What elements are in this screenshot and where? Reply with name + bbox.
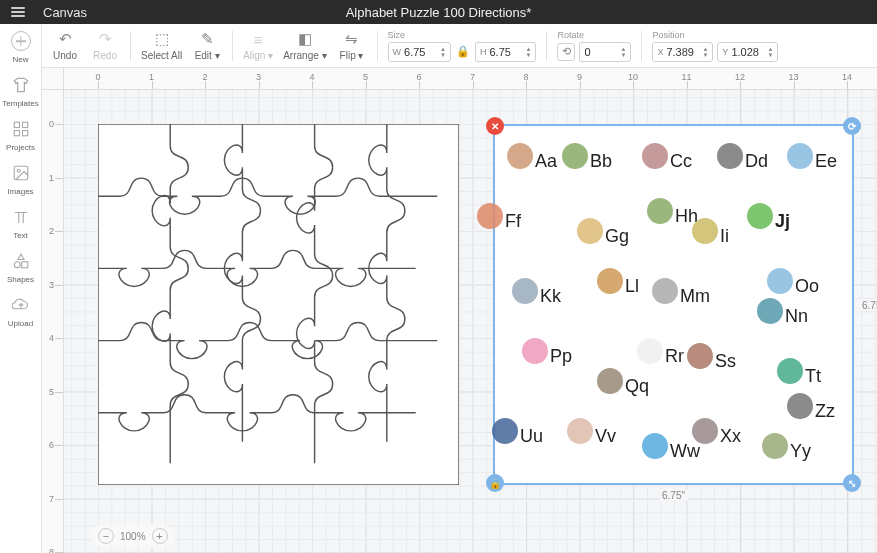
zoom-out-button[interactable]: − — [98, 528, 114, 544]
ruler-number: 1 — [49, 173, 54, 183]
sidebar-item-shapes[interactable]: Shapes — [0, 250, 42, 284]
selection-width-label: 6.75" — [659, 490, 688, 501]
alphabet-letter: Oo — [795, 276, 819, 297]
pos-x-input[interactable]: X7.389▲▼ — [652, 42, 713, 62]
animal-image — [637, 338, 663, 364]
canvas-stage[interactable]: ✕ ⟳ 🔒 ⤡ 6.75" 6.75" AaBbCcDdEeFfGgHhIiJj… — [64, 90, 877, 553]
animal-image — [512, 278, 538, 304]
alphabet-letter: Jj — [775, 211, 790, 232]
alphabet-letter: Nn — [785, 306, 808, 327]
upload-icon — [10, 294, 32, 316]
separator — [546, 31, 547, 61]
animal-image — [687, 343, 713, 369]
stepper-icon[interactable]: ▲▼ — [620, 46, 626, 58]
undo-icon: ↶ — [59, 30, 72, 48]
sidebar-label: New — [12, 55, 28, 64]
ruler-number: 2 — [49, 226, 54, 236]
zoom-in-button[interactable]: + — [152, 528, 168, 544]
size-label: Size — [388, 30, 537, 40]
position-group: Position X7.389▲▼ Y1.028▲▼ — [652, 30, 778, 62]
canvas-area[interactable]: 01234567891011121314 012345678 — [42, 68, 877, 553]
sidebar-label: Text — [13, 231, 28, 240]
animal-image — [642, 143, 668, 169]
animal-image — [762, 433, 788, 459]
lock-icon[interactable]: 🔒 — [455, 44, 471, 60]
width-input[interactable]: W6.75▲▼ — [388, 42, 451, 62]
animal-image — [747, 203, 773, 229]
grid-icon — [10, 118, 32, 140]
alphabet-letter: Aa — [535, 151, 557, 172]
align-icon: ≡ — [254, 31, 263, 48]
sidebar-item-new[interactable]: New — [0, 30, 42, 64]
sidebar-label: Images — [7, 187, 33, 196]
arrange-button[interactable]: ◧Arrange ▾ — [283, 30, 326, 61]
ruler-number: 4 — [49, 333, 54, 343]
select-all-button[interactable]: ⬚Select All — [141, 30, 182, 61]
sidebar-item-templates[interactable]: Templates — [0, 74, 42, 108]
arrange-icon: ◧ — [298, 30, 312, 48]
animal-image — [562, 143, 588, 169]
sidebar-label: Upload — [8, 319, 33, 328]
flip-icon: ⇋ — [345, 30, 358, 48]
ruler-number: 6 — [49, 440, 54, 450]
alphabet-letter: Ii — [720, 226, 729, 247]
stepper-icon[interactable]: ▲▼ — [702, 46, 708, 58]
svg-rect-2 — [14, 131, 19, 136]
alphabet-letter: Kk — [540, 286, 561, 307]
animal-image — [692, 218, 718, 244]
alphabet-letter: Yy — [790, 441, 811, 462]
ruler-vertical: 012345678 — [42, 90, 64, 553]
redo-button[interactable]: ↷Redo — [90, 30, 120, 61]
separator — [377, 31, 378, 61]
separator — [641, 31, 642, 61]
alphabet-letter: Ss — [715, 351, 736, 372]
height-input[interactable]: H6.75▲▼ — [475, 42, 536, 62]
zoom-value: 100% — [120, 531, 146, 542]
alphabet-object[interactable]: ✕ ⟳ 🔒 ⤡ 6.75" 6.75" AaBbCcDdEeFfGgHhIiJj… — [493, 124, 854, 485]
sidebar-item-images[interactable]: Images — [0, 162, 42, 196]
title-bar: Canvas Alphabet Puzzle 100 Directions* — [0, 0, 877, 24]
alphabet-letter: Ll — [625, 276, 639, 297]
rotate-group: Rotate ⟲ 0▲▼ — [557, 30, 631, 62]
animal-image — [787, 393, 813, 419]
alphabet-grid: AaBbCcDdEeFfGgHhIiJjKkLlMmNnOoPpQqRrSsTt… — [495, 126, 852, 483]
ruler-number: 3 — [49, 280, 54, 290]
menu-icon[interactable] — [0, 0, 35, 24]
position-label: Position — [652, 30, 778, 40]
sidebar-item-upload[interactable]: Upload — [0, 294, 42, 328]
sidebar: New Templates Projects Images Text Shape… — [0, 24, 42, 553]
edit-icon: ✎ — [201, 30, 214, 48]
stepper-icon[interactable]: ▲▼ — [525, 46, 531, 58]
animal-image — [567, 418, 593, 444]
sidebar-item-text[interactable]: Text — [0, 206, 42, 240]
sidebar-item-projects[interactable]: Projects — [0, 118, 42, 152]
animal-image — [692, 418, 718, 444]
pos-y-input[interactable]: Y1.028▲▼ — [717, 42, 778, 62]
alphabet-letter: Rr — [665, 346, 684, 367]
animal-image — [717, 143, 743, 169]
flip-button[interactable]: ⇋Flip ▾ — [337, 30, 367, 61]
animal-image — [652, 278, 678, 304]
alphabet-letter: Mm — [680, 286, 710, 307]
ruler-number: 7 — [49, 494, 54, 504]
animal-image — [787, 143, 813, 169]
ruler-corner — [42, 68, 64, 90]
align-button[interactable]: ≡Align ▾ — [243, 31, 273, 61]
separator — [130, 31, 131, 61]
puzzle-object[interactable] — [98, 124, 459, 485]
svg-rect-7 — [21, 262, 27, 268]
animal-image — [492, 418, 518, 444]
alphabet-letter: Cc — [670, 151, 692, 172]
text-icon — [10, 206, 32, 228]
separator — [232, 31, 233, 61]
animal-image — [477, 203, 503, 229]
stepper-icon[interactable]: ▲▼ — [440, 46, 446, 58]
sidebar-label: Shapes — [7, 275, 34, 284]
undo-button[interactable]: ↶Undo — [50, 30, 80, 61]
rotate-reset-button[interactable]: ⟲ — [557, 43, 575, 61]
animal-image — [757, 298, 783, 324]
alphabet-letter: Vv — [595, 426, 616, 447]
edit-button[interactable]: ✎Edit ▾ — [192, 30, 222, 61]
rotate-input[interactable]: 0▲▼ — [579, 42, 631, 62]
stepper-icon[interactable]: ▲▼ — [767, 46, 773, 58]
